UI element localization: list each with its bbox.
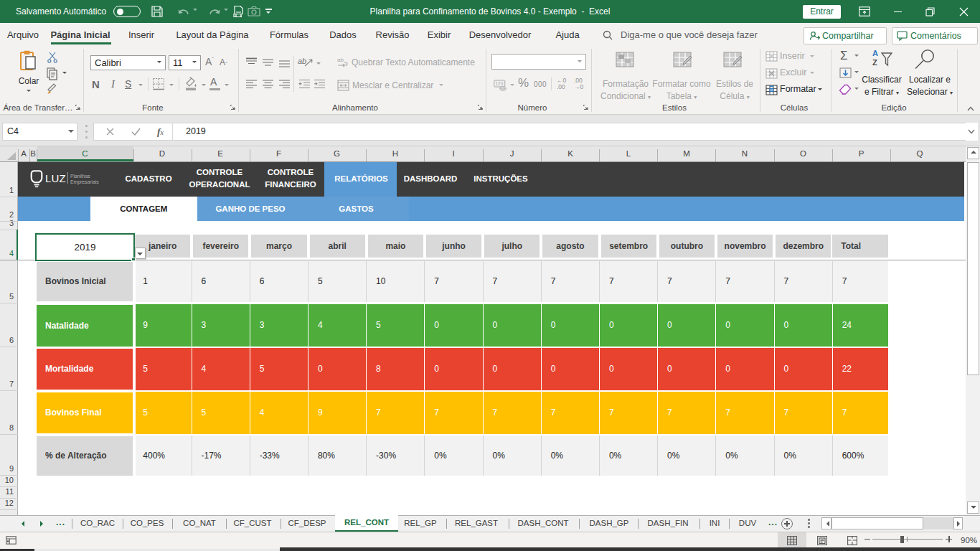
svg-text:123: 123 [496,81,504,86]
svg-text:ab: ab [337,57,344,63]
